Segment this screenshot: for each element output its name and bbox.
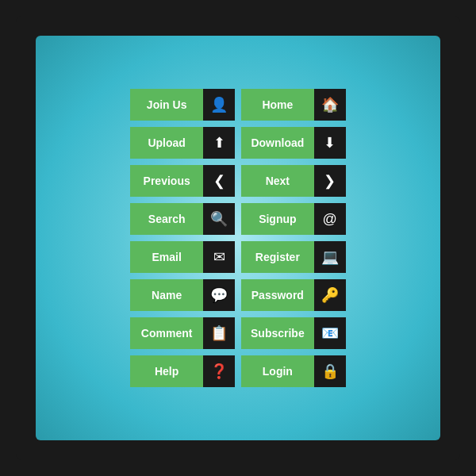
- login-label: Login: [241, 355, 314, 387]
- left-column: Join Us👤Upload⬆Previous❮Search🔍Email✉Nam…: [130, 89, 235, 387]
- search-label: Search: [130, 203, 203, 235]
- register-icon: 💻: [314, 241, 346, 273]
- password-label: Password: [241, 279, 314, 311]
- next-button[interactable]: Next❯: [241, 165, 346, 197]
- next-icon: ❯: [314, 165, 346, 197]
- previous-label: Previous: [130, 165, 203, 197]
- login-icon: 🔒: [314, 355, 346, 387]
- password-button[interactable]: Password🔑: [241, 279, 346, 311]
- buttons-grid: Join Us👤Upload⬆Previous❮Search🔍Email✉Nam…: [114, 73, 361, 403]
- email-label: Email: [130, 241, 203, 273]
- signup-icon: @: [314, 203, 346, 235]
- help-button[interactable]: Help❓: [130, 355, 235, 387]
- previous-button[interactable]: Previous❮: [130, 165, 235, 197]
- inner-panel: Join Us👤Upload⬆Previous❮Search🔍Email✉Nam…: [36, 36, 440, 440]
- help-label: Help: [130, 355, 203, 387]
- register-label: Register: [241, 241, 314, 273]
- subscribe-label: Subscribe: [241, 317, 314, 349]
- download-label: Download: [241, 127, 314, 159]
- comment-label: Comment: [130, 317, 203, 349]
- comment-icon: 📋: [203, 317, 235, 349]
- home-button[interactable]: Home🏠: [241, 89, 346, 121]
- email-icon: ✉: [203, 241, 235, 273]
- home-icon: 🏠: [314, 89, 346, 121]
- upload-label: Upload: [130, 127, 203, 159]
- name-icon: 💬: [203, 279, 235, 311]
- join-us-icon: 👤: [203, 89, 235, 121]
- login-button[interactable]: Login🔒: [241, 355, 346, 387]
- outer-border: Join Us👤Upload⬆Previous❮Search🔍Email✉Nam…: [16, 16, 460, 460]
- name-label: Name: [130, 279, 203, 311]
- download-icon: ⬇: [314, 127, 346, 159]
- right-column: Home🏠Download⬇Next❯Signup@Register💻Passw…: [241, 89, 346, 387]
- register-button[interactable]: Register💻: [241, 241, 346, 273]
- search-button[interactable]: Search🔍: [130, 203, 235, 235]
- home-label: Home: [241, 89, 314, 121]
- download-button[interactable]: Download⬇: [241, 127, 346, 159]
- comment-button[interactable]: Comment📋: [130, 317, 235, 349]
- join-us-button[interactable]: Join Us👤: [130, 89, 235, 121]
- email-button[interactable]: Email✉: [130, 241, 235, 273]
- name-button[interactable]: Name💬: [130, 279, 235, 311]
- previous-icon: ❮: [203, 165, 235, 197]
- help-icon: ❓: [203, 355, 235, 387]
- signup-button[interactable]: Signup@: [241, 203, 346, 235]
- join-us-label: Join Us: [130, 89, 203, 121]
- upload-button[interactable]: Upload⬆: [130, 127, 235, 159]
- upload-icon: ⬆: [203, 127, 235, 159]
- next-label: Next: [241, 165, 314, 197]
- subscribe-button[interactable]: Subscribe📧: [241, 317, 346, 349]
- signup-label: Signup: [241, 203, 314, 235]
- subscribe-icon: 📧: [314, 317, 346, 349]
- search-icon: 🔍: [203, 203, 235, 235]
- password-icon: 🔑: [314, 279, 346, 311]
